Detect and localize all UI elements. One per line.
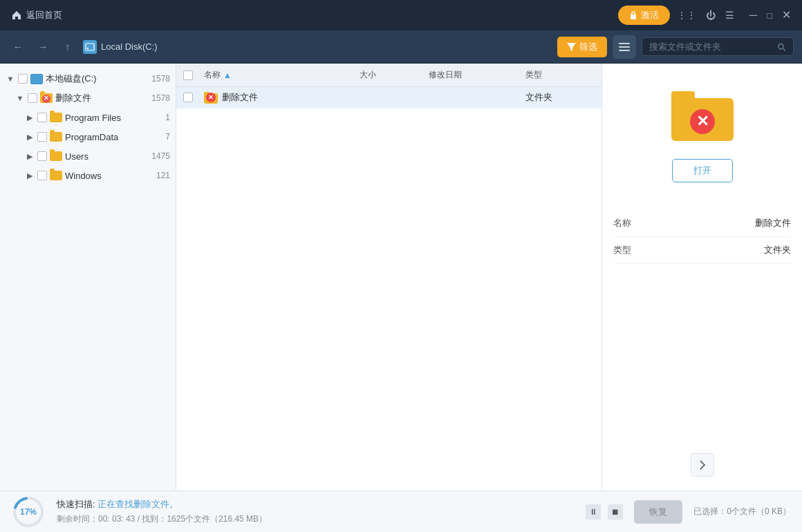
folder-icon-win [50, 169, 62, 182]
minimize-icon[interactable]: ─ [749, 10, 757, 21]
svg-rect-0 [631, 15, 636, 19]
sidebar: ▼ 本地磁盘(C:) 1578 ▼ ✕ 删除文件 1578 [0, 64, 176, 491]
activate-button[interactable]: 激活 [618, 6, 670, 25]
sidebar-win-label: Windows [65, 171, 147, 181]
hamburger-icon [619, 43, 630, 51]
folder-icon-pf [50, 111, 62, 124]
up-button[interactable]: ↑ [58, 37, 77, 57]
col-name-label: 名称 [204, 69, 221, 81]
row-type-value: 文件夹 [525, 92, 552, 102]
row-name: ✕ 删除文件 [204, 91, 360, 104]
sidebar-pf-label: Program Files [65, 113, 147, 123]
info-row-type: 类型 文件夹 [613, 237, 791, 264]
check-deleted-root[interactable] [28, 93, 37, 103]
expand-arrow-root: ▼ [6, 75, 15, 83]
path-label: Local Disk(C:) [101, 41, 158, 52]
sidebar-pd-label: ProgramData [65, 132, 147, 142]
svg-point-7 [778, 44, 783, 48]
scan-controls: ⏸ ⏹ [586, 504, 623, 520]
col-size-header: 大小 [360, 69, 429, 81]
view-menu-button[interactable] [613, 35, 636, 59]
open-button[interactable]: 打开 [672, 159, 733, 182]
share-icon[interactable]: ⋮⋮ [677, 10, 696, 20]
main-area: ▼ 本地磁盘(C:) 1578 ▼ ✕ 删除文件 1578 [0, 64, 802, 491]
home-label: 返回首页 [26, 9, 62, 21]
sidebar-root-count: 1578 [149, 74, 170, 84]
restore-button[interactable]: 恢复 [634, 500, 682, 524]
top-bar-left: 返回首页 [11, 9, 62, 21]
sidebar-item-users[interactable]: ▶ Users 1475 [0, 146, 176, 166]
info-row-name: 名称 删除文件 [613, 210, 791, 237]
svg-rect-4 [619, 43, 630, 44]
scan-title: 快速扫描: 正在查找删除文件。 [57, 498, 575, 511]
sidebar-pf-count: 1 [149, 113, 170, 122]
sidebar-root-label: 本地磁盘(C:) [46, 73, 147, 85]
back-button[interactable]: ← [8, 37, 28, 57]
home-button[interactable]: 返回首页 [11, 9, 62, 21]
next-panel-button[interactable] [691, 453, 714, 477]
right-panel: ✕ 打开 名称 删除文件 类型 文件夹 [602, 64, 802, 491]
folder-icon-pd [50, 131, 62, 143]
sidebar-users-count: 1475 [149, 151, 170, 161]
pause-icon: ⏸ [589, 507, 597, 517]
restore-info: 已选择：0个文件（0 KB） [693, 506, 791, 517]
maximize-icon[interactable]: □ [767, 11, 772, 20]
stop-button[interactable]: ⏹ [608, 504, 623, 520]
info-value-name: 删除文件 [755, 217, 791, 229]
check-pd[interactable] [37, 132, 47, 142]
close-icon[interactable]: ✕ [782, 10, 791, 21]
search-icon [777, 42, 786, 52]
check-win[interactable] [37, 171, 47, 180]
info-section: 名称 删除文件 类型 文件夹 [613, 210, 791, 264]
expand-arrow-win: ▶ [25, 171, 35, 180]
expand-arrow-pf: ▶ [25, 113, 35, 122]
col-type-header: 类型 [525, 69, 595, 81]
chevron-right-icon [699, 459, 706, 471]
sidebar-users-label: Users [65, 151, 147, 162]
lock-icon [629, 10, 637, 20]
sidebar-item-root-drive[interactable]: ▼ 本地磁盘(C:) 1578 [0, 69, 176, 88]
filter-label: 筛选 [579, 41, 597, 53]
menu-icon[interactable]: ☰ [725, 10, 734, 20]
svg-rect-1 [86, 44, 94, 50]
folder-preview: ✕ [671, 91, 734, 141]
table-row[interactable]: ✕ 删除文件 文件夹 [176, 87, 602, 108]
check-root[interactable] [18, 74, 28, 84]
file-list-header: 名称 ▲ 大小 修改日期 类型 [176, 64, 602, 87]
sidebar-deleted-count: 1578 [149, 93, 170, 103]
scan-highlight: 正在查找删除文件。 [97, 499, 178, 509]
filter-button[interactable]: 筛选 [557, 37, 607, 57]
restore-info-block: 已选择：0个文件（0 KB） [693, 506, 791, 517]
filter-icon [567, 43, 576, 51]
sidebar-item-program-files[interactable]: ▶ Program Files 1 [0, 108, 176, 127]
sidebar-item-programdata[interactable]: ▶ ProgramData 7 [0, 127, 176, 146]
row-check [183, 93, 204, 102]
scan-detail: 剩余时间：00: 03: 43 / 找到：1625个文件（216.45 MB） [57, 513, 575, 525]
svg-rect-5 [619, 46, 630, 48]
search-box [642, 37, 794, 56]
col-check-all [183, 70, 204, 80]
check-pf[interactable] [37, 113, 47, 122]
svg-rect-6 [619, 50, 630, 51]
power-icon[interactable]: ⏻ [706, 10, 716, 20]
row-name-label: 删除文件 [222, 91, 258, 104]
drive-folder-icon [30, 73, 43, 85]
scan-percent: 17% [20, 507, 37, 517]
check-row[interactable] [183, 93, 193, 102]
sidebar-win-count: 121 [149, 171, 170, 180]
sidebar-item-windows[interactable]: ▶ Windows 121 [0, 166, 176, 185]
check-users[interactable] [37, 151, 47, 161]
sidebar-item-deleted-root[interactable]: ▼ ✕ 删除文件 1578 [0, 88, 176, 108]
forward-button[interactable]: → [33, 37, 53, 57]
col-type-label: 类型 [525, 70, 542, 79]
info-value-type: 文件夹 [764, 244, 791, 256]
sidebar-pd-count: 7 [149, 132, 170, 142]
pause-button[interactable]: ⏸ [586, 504, 601, 520]
window-controls: ⋮⋮ ⏻ ☰ ─ □ ✕ [677, 10, 791, 21]
expand-arrow-users: ▶ [25, 152, 35, 161]
disk-icon [85, 43, 95, 51]
col-date-header: 修改日期 [429, 69, 525, 81]
check-all[interactable] [183, 70, 193, 80]
search-input[interactable] [649, 41, 773, 52]
svg-marker-3 [567, 43, 576, 51]
